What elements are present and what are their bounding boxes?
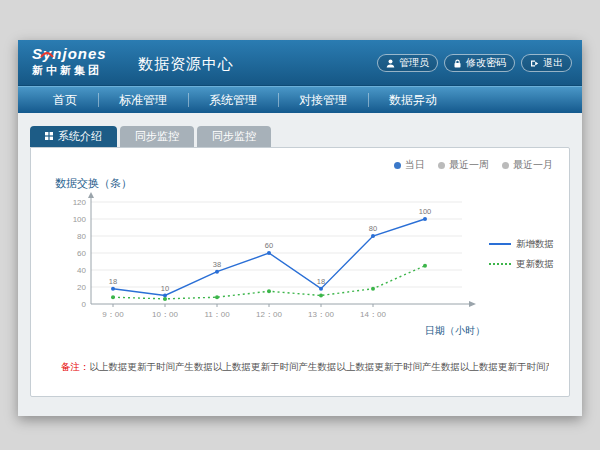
footnote-text: 以上数据更新于时间产生数据以上数据更新于时间产生数据以上数据更新于时间产生数据以… [90,361,550,372]
svg-text:18: 18 [317,277,325,286]
logout-label: 退出 [543,57,563,69]
nav-item-standard-mgmt[interactable]: 标准管理 [98,87,188,113]
legend-label: 新增数据 [516,238,554,251]
logo-swoosh-icon [40,44,54,62]
change-password-button[interactable]: 修改密码 [444,54,515,72]
svg-text:40: 40 [77,266,86,275]
tab-label: 同步监控 [135,126,179,147]
legend-item-new-data: 新增数据 [489,234,569,254]
svg-text:11：00: 11：00 [204,310,230,319]
content-area: 系统介绍 同步监控 同步监控 当日 最近一周 [18,113,582,397]
footnote-label: 备注： [61,361,90,372]
tab-sync-monitor-1[interactable]: 同步监控 [120,126,194,147]
legend-line-sample [489,243,511,245]
tab-system-intro[interactable]: 系统介绍 [30,126,117,147]
app-window: Synjones 新中新集团 数据资源中心 管理员 修改密码 退出 [18,40,582,416]
filter-dot [502,162,509,169]
user-icon [386,59,395,68]
nav-item-system-mgmt[interactable]: 系统管理 [188,87,278,113]
filter-last-week[interactable]: 最近一周 [438,158,489,172]
nav-item-integration-mgmt[interactable]: 对接管理 [278,87,368,113]
lock-icon [453,59,462,68]
grid-icon [45,126,53,147]
page-title: 数据资源中心 [138,55,234,74]
filter-last-month[interactable]: 最近一月 [502,158,553,172]
svg-text:10: 10 [161,284,169,293]
svg-text:60: 60 [77,249,86,258]
svg-text:100: 100 [73,215,87,224]
time-range-filters: 当日 最近一周 最近一月 [394,158,553,172]
svg-text:80: 80 [77,232,86,241]
svg-text:100: 100 [419,207,432,216]
svg-text:14：00: 14：00 [360,310,386,319]
filter-dot [394,162,401,169]
svg-text:日期（小时）: 日期（小时） [425,325,485,336]
admin-button-label: 管理员 [399,57,429,69]
svg-text:80: 80 [369,224,377,233]
series-legend: 新增数据 更新数据 [489,234,569,274]
filter-label: 最近一周 [449,158,489,172]
tab-bar: 系统介绍 同步监控 同步监控 [30,126,582,147]
svg-text:20: 20 [77,283,86,292]
svg-text:120: 120 [73,198,87,207]
tab-label: 同步监控 [212,126,256,147]
svg-text:18: 18 [109,277,117,286]
line-chart: 0204060801001209：0010：0011：0012：0013：001… [57,192,487,348]
svg-text:13：00: 13：00 [308,310,334,319]
svg-text:9：00: 9：00 [102,310,124,319]
nav-item-data-changes[interactable]: 数据异动 [368,87,458,113]
line-chart-svg: 0204060801001209：0010：0011：0012：0013：001… [57,192,487,348]
footnote: 备注：以上数据更新于时间产生数据以上数据更新于时间产生数据以上数据更新于时间产生… [61,361,549,374]
change-password-label: 修改密码 [466,57,506,69]
nav-item-home[interactable]: 首页 [32,87,98,113]
logout-icon [530,59,539,68]
app-header: Synjones 新中新集团 数据资源中心 管理员 修改密码 退出 [18,40,582,86]
filter-label: 当日 [405,158,425,172]
tab-label: 系统介绍 [58,126,102,147]
svg-text:0: 0 [82,300,87,309]
legend-item-updated-data: 更新数据 [489,254,569,274]
y-axis-title: 数据交换（条） [55,176,132,191]
header-actions: 管理员 修改密码 退出 [377,54,572,72]
svg-text:12：00: 12：00 [256,310,282,319]
svg-text:60: 60 [265,241,273,250]
company-logo[interactable]: Synjones 新中新集团 [32,45,107,78]
tab-sync-monitor-2[interactable]: 同步监控 [197,126,271,147]
chart-panel: 当日 最近一周 最近一月 数据交换（条） 0204060801001209：00… [30,147,570,397]
filter-dot [438,162,445,169]
svg-text:10：00: 10：00 [152,310,178,319]
filter-label: 最近一月 [513,158,553,172]
legend-label: 更新数据 [516,258,554,271]
main-nav: 首页 标准管理 系统管理 对接管理 数据异动 [18,86,582,113]
logo-subtext: 新中新集团 [32,63,107,78]
svg-text:38: 38 [213,260,221,269]
filter-today[interactable]: 当日 [394,158,425,172]
legend-line-sample [489,263,511,265]
admin-button[interactable]: 管理员 [377,54,438,72]
logout-button[interactable]: 退出 [521,54,572,72]
